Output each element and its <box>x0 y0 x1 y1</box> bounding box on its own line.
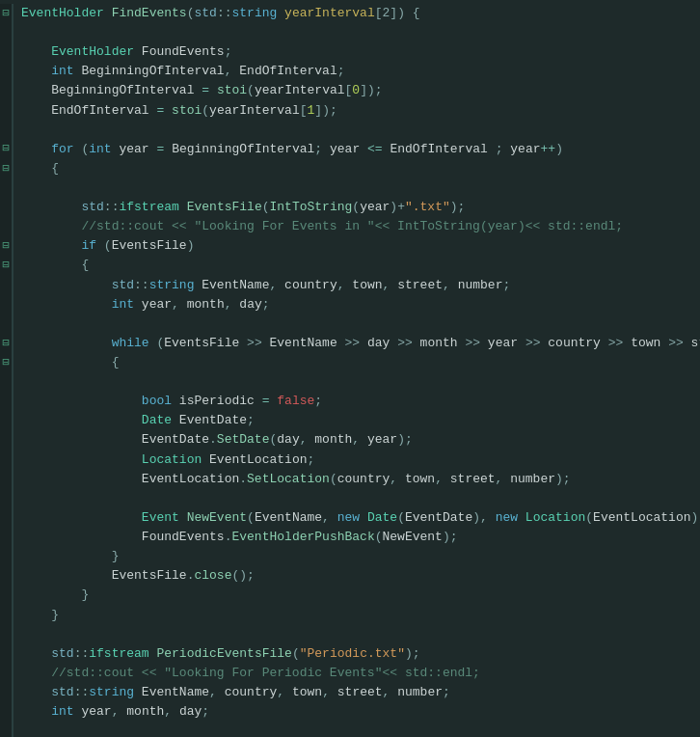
line-content-34: std::ifstream PeriodicEventsFile("Period… <box>13 644 700 664</box>
line-content-25: EventLocation.SetLocation(country, town,… <box>13 470 700 489</box>
line-10 <box>0 178 700 198</box>
line-content-22: Date EventDate; <box>13 411 700 430</box>
line-content-37: int year, month, day; <box>13 702 700 722</box>
line-4: int BeginningOfInterval, EndOfInterval; <box>0 62 700 81</box>
line-26 <box>0 489 700 508</box>
gutter-26 <box>0 489 13 508</box>
gutter-31 <box>0 586 13 605</box>
line-36: std::string EventName, country, town, st… <box>0 683 700 702</box>
line-11: std::ifstream EventsFile(IntToString(yea… <box>0 198 700 217</box>
gutter-10 <box>0 178 13 198</box>
line-6: EndOfInterval = stoi(yearInterval[1]); <box>0 101 700 121</box>
line-28: FoundEvents.EventHolderPushBack(NewEvent… <box>0 528 700 547</box>
line-9: ⊟ { <box>0 159 700 178</box>
gutter-22 <box>0 411 13 430</box>
line-22: Date EventDate; <box>0 411 700 430</box>
gutter-2 <box>0 23 13 42</box>
line-content-20 <box>13 372 700 392</box>
line-content-16: int year, month, day; <box>13 295 700 314</box>
line-27: Event NewEvent(EventName, new Date(Event… <box>0 508 700 528</box>
gutter-3 <box>0 42 13 62</box>
line-15: std::string EventName, country, town, st… <box>0 276 700 295</box>
gutter-35 <box>0 664 13 683</box>
line-13: ⊟ if (EventsFile) <box>0 236 700 256</box>
line-3: EventHolder FoundEvents; <box>0 42 700 62</box>
gutter-4 <box>0 62 13 81</box>
gutter-12 <box>0 217 13 236</box>
line-12: //std::cout << "Looking For Events in "<… <box>0 217 700 236</box>
gutter-16 <box>0 295 13 314</box>
line-content-13: if (EventsFile) <box>13 236 700 256</box>
line-content-8: for (int year = BeginningOfInterval; yea… <box>13 140 700 159</box>
gutter-33 <box>0 625 13 644</box>
gutter-11 <box>0 198 13 217</box>
line-29: } <box>0 547 700 566</box>
line-24: Location EventLocation; <box>0 450 700 470</box>
line-content-5: BeginningOfInterval = stoi(yearInterval[… <box>13 81 700 100</box>
code-editor: ⊟ EventHolder FindEvents(std::string yea… <box>0 0 700 737</box>
line-content-6: EndOfInterval = stoi(yearInterval[1]); <box>13 101 700 121</box>
line-content-27: Event NewEvent(EventName, new Date(Event… <box>13 508 700 528</box>
line-content-35: //std::cout << "Looking For Periodic Eve… <box>13 664 700 683</box>
gutter-25 <box>0 470 13 489</box>
line-content-7 <box>13 121 700 140</box>
gutter-21 <box>0 392 13 411</box>
gutter-38 <box>0 722 13 737</box>
line-content-31: } <box>13 586 700 605</box>
line-18: ⊟ while (EventsFile >> EventName >> day … <box>0 334 700 353</box>
line-34: std::ifstream PeriodicEventsFile("Period… <box>0 644 700 664</box>
line-content-11: std::ifstream EventsFile(IntToString(yea… <box>13 198 700 217</box>
gutter-6 <box>0 101 13 121</box>
gutter-15 <box>0 276 13 295</box>
line-1: ⊟ EventHolder FindEvents(std::string yea… <box>0 4 700 23</box>
gutter-7 <box>0 121 13 140</box>
line-7 <box>0 121 700 140</box>
gutter-34 <box>0 644 13 664</box>
line-content-2 <box>13 23 700 42</box>
gutter-14: ⊟ <box>0 256 13 275</box>
line-content-38 <box>13 722 700 737</box>
line-33 <box>0 625 700 644</box>
gutter-30 <box>0 566 13 586</box>
line-20 <box>0 372 700 392</box>
line-content-28: FoundEvents.EventHolderPushBack(NewEvent… <box>13 528 700 547</box>
gutter-19: ⊟ <box>0 353 13 372</box>
line-30: EventsFile.close(); <box>0 566 700 586</box>
line-content-3: EventHolder FoundEvents; <box>13 42 700 62</box>
line-14: ⊟ { <box>0 256 700 275</box>
gutter-5 <box>0 81 13 100</box>
line-content-12: //std::cout << "Looking For Events in "<… <box>13 217 700 236</box>
gutter-1: ⊟ <box>0 4 13 23</box>
gutter-23 <box>0 430 13 450</box>
line-content-18: while (EventsFile >> EventName >> day >>… <box>13 334 700 353</box>
line-38 <box>0 722 700 737</box>
gutter-36 <box>0 683 13 702</box>
line-content-26 <box>13 489 700 508</box>
line-19: ⊟ { <box>0 353 700 372</box>
gutter-32 <box>0 606 13 625</box>
line-5: BeginningOfInterval = stoi(yearInterval[… <box>0 81 700 100</box>
line-25: EventLocation.SetLocation(country, town,… <box>0 470 700 489</box>
line-content-32: } <box>13 606 700 625</box>
line-content-36: std::string EventName, country, town, st… <box>13 683 700 702</box>
line-content-14: { <box>13 256 700 275</box>
line-content-29: } <box>13 547 700 566</box>
gutter-18: ⊟ <box>0 334 13 353</box>
line-35: //std::cout << "Looking For Periodic Eve… <box>0 664 700 683</box>
line-16: int year, month, day; <box>0 295 700 314</box>
line-content-1: EventHolder FindEvents(std::string yearI… <box>13 4 700 23</box>
line-content-9: { <box>13 159 700 178</box>
line-content-30: EventsFile.close(); <box>13 566 700 586</box>
line-2 <box>0 23 700 42</box>
gutter-17 <box>0 314 13 334</box>
line-21: bool isPeriodic = false; <box>0 392 700 411</box>
line-content-17 <box>13 314 700 334</box>
line-37: int year, month, day; <box>0 702 700 722</box>
line-content-23: EventDate.SetDate(day, month, year); <box>13 430 700 450</box>
line-content-33 <box>13 625 700 644</box>
line-32: } <box>0 606 700 625</box>
gutter-27 <box>0 508 13 528</box>
line-content-24: Location EventLocation; <box>13 450 700 470</box>
line-content-19: { <box>13 353 700 372</box>
gutter-28 <box>0 528 13 547</box>
